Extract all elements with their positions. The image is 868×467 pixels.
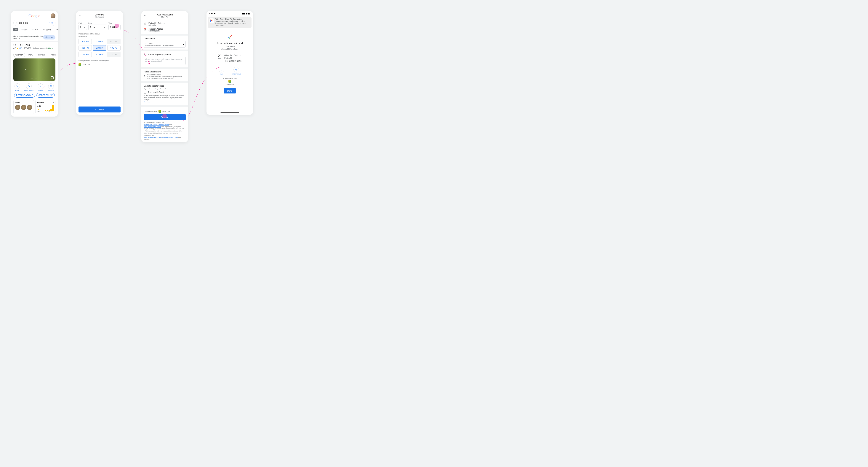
filter-videos[interactable]: Videos — [31, 28, 39, 31]
avatar[interactable] — [51, 13, 56, 18]
lens-icon[interactable] — [51, 22, 53, 24]
tab-reviews[interactable]: Reviews — [36, 53, 48, 57]
home-indicator[interactable] — [220, 113, 239, 113]
share-icon — [39, 85, 42, 87]
svg-point-8 — [41, 87, 41, 87]
gmail-icon — [210, 19, 214, 23]
time-option[interactable]: 7:00 PM — [79, 52, 92, 57]
done-button[interactable]: Done — [224, 88, 236, 93]
filter-images[interactable]: Images — [20, 28, 29, 31]
time-option[interactable]: 6:45 PM — [107, 45, 121, 51]
generate-button[interactable]: Generate — [43, 35, 56, 39]
reserve-table-button[interactable]: RESERVE A TABLE — [14, 93, 35, 97]
chevron-right-icon: ▸ — [183, 43, 184, 45]
terms-link[interactable]: Table Time's Terms of Use — [144, 126, 161, 127]
notification-card[interactable]: Table Time | Olio e Più Reservationsnow … — [208, 17, 251, 28]
checkbox[interactable] — [144, 91, 146, 93]
marketing-option-label: Reserve with Google — [148, 91, 165, 93]
filter-news[interactable]: News — [54, 28, 58, 31]
partner-logo-row: Table Time — [76, 63, 123, 66]
more-icon[interactable]: ⋮ — [53, 43, 56, 47]
hero-photo-carousel[interactable]: ‹ › — [13, 58, 56, 81]
tab-overview[interactable]: Overview — [13, 53, 25, 57]
special-request-input[interactable]: Please enter any special requests (note … — [144, 57, 186, 65]
privacy-link[interactable]: Table Time's Privacy Policy — [144, 136, 161, 138]
time-option[interactable]: 5:30 PM — [79, 39, 92, 44]
tab-menu[interactable]: Menu — [26, 53, 35, 57]
svg-point-0 — [16, 22, 17, 23]
res-party: Party of 2 — [224, 57, 242, 60]
search-bar[interactable] — [13, 20, 56, 26]
search-input[interactable] — [19, 22, 47, 24]
time-option-disabled: 7:30 PM — [107, 52, 121, 57]
mic-icon[interactable] — [49, 22, 50, 24]
chevron-right-icon: › — [53, 101, 54, 104]
terms-link[interactable]: Reserve with Google Terms of Service — [144, 124, 169, 125]
see-more-link[interactable]: See more — [144, 101, 150, 103]
time-picker[interactable]: 6:30 PM▼ — [108, 25, 121, 30]
terms-disclaimer: By continuing you agree to the Reserve w… — [144, 122, 186, 140]
screen-search-result: Google All Images Videos Shopping News M… — [11, 11, 58, 117]
contact-card[interactable]: John Doe johndoe12@gmail.com · + 1 458-8… — [144, 41, 186, 48]
open-status: Open — [49, 47, 53, 49]
back-button[interactable]: ← — [144, 14, 146, 17]
chevron-right-icon: › — [32, 101, 32, 104]
continue-button[interactable]: Continue — [79, 107, 121, 113]
ai-overview-bar: Get an AI-powered overview for this sear… — [11, 33, 58, 41]
fork-knife-icon: 🍴 — [144, 23, 147, 25]
reviews-rating: 4.6 — [37, 105, 40, 108]
menu-card[interactable]: Menu› — [13, 100, 34, 114]
time-option[interactable]: 5:45 PM — [93, 39, 106, 44]
cuisine: Italian restaurant — [33, 47, 47, 49]
chevron-left-icon[interactable]: ‹ — [25, 68, 26, 71]
call-button[interactable]: CALL — [219, 67, 224, 75]
header-title: Olio e Più — [95, 13, 104, 16]
rules-title: Rules & restrictions — [144, 70, 186, 73]
expand-icon[interactable] — [51, 76, 54, 79]
date-summary: Thursday, April 21 — [149, 28, 163, 30]
filter-all[interactable]: All — [13, 28, 18, 31]
search-filters: All Images Videos Shopping News Maps — [11, 28, 58, 33]
cancel-icon: ⊗ — [144, 74, 146, 77]
price: $50–100 — [24, 47, 31, 49]
cancellation-text: If you can't make it to your reservation… — [147, 76, 186, 79]
time-option-selected[interactable]: 6:30 PM — [93, 45, 106, 51]
screen-time-picker: ← Olio e Più Restaurant Party Date Time … — [76, 11, 123, 115]
tab-photos[interactable]: Photos — [49, 53, 58, 57]
search-icon — [16, 22, 18, 24]
directions-button[interactable]: DIRECTIONS — [24, 83, 33, 91]
restaurant-title: OLIO E PIÙ — [13, 43, 30, 47]
time-summary: 6:30 PM (EDT) — [149, 30, 163, 32]
marketing-checkbox-row[interactable]: Reserve with Google — [144, 91, 186, 93]
filter-shopping[interactable]: Shopping — [41, 28, 52, 31]
status-time: 5:27 — [209, 12, 213, 14]
chevron-right-icon[interactable]: › — [42, 68, 42, 71]
date-picker[interactable]: Today▼ — [88, 25, 107, 30]
restaurant-meta: 4.6 ★ (6K) · $50–100 · Italian restauran… — [13, 47, 56, 49]
reserve-button[interactable]: Reserve — [144, 114, 186, 120]
header-logo-row: Google — [11, 11, 58, 20]
time-option[interactable]: 7:15 PM — [93, 52, 106, 57]
party-picker[interactable]: 2▼ — [79, 25, 87, 30]
marketing-subtitle: Sign up for marketing and promotions fro… — [144, 88, 186, 90]
call-button[interactable]: CALL — [14, 83, 20, 91]
privacy-link[interactable]: Google's Privacy Policy — [162, 136, 178, 138]
back-button[interactable]: ← — [79, 14, 81, 17]
directions-icon — [28, 85, 30, 87]
header: ← Olio e Più Restaurant — [76, 11, 123, 20]
call-label: CALL — [16, 90, 19, 91]
header-subtitle: Olio e Più — [161, 16, 168, 18]
website-button[interactable]: WEBSITE — [48, 83, 54, 91]
share-button[interactable]: SHARE — [38, 83, 43, 91]
notif-subject: Your Reservation Confirmation for Olio e… — [215, 20, 250, 23]
reviews-card[interactable]: Reviews› 4.6 ★ (6K) 12345 — [35, 100, 56, 114]
order-online-button[interactable]: ORDER ONLINE — [36, 93, 55, 97]
directions-button[interactable]: DIRECTIONS — [231, 67, 241, 75]
time-option[interactable]: 6:15 PM — [79, 45, 92, 51]
svg-rect-2 — [49, 22, 49, 23]
header-title: Your reservation — [157, 13, 173, 16]
partner-text: Booking times are provided in partnershi… — [76, 59, 123, 63]
notif-more-icon[interactable]: … — [248, 22, 250, 27]
reviews-link[interactable]: (6K) — [19, 47, 22, 49]
notif-time: now — [247, 18, 250, 20]
